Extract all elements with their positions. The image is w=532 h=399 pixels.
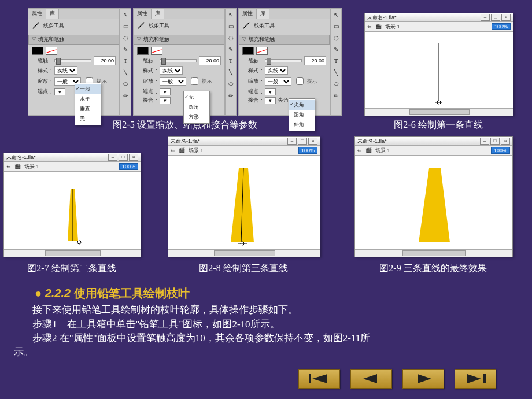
properties-panel-a: 属性 库 线条工具 ▽ 填充和笔触 笔触: 样式: 实线 缩放: 一般 提示 端… <box>28 8 120 116</box>
heading-title: 使用铅笔工具绘制枝叶 <box>74 287 190 300</box>
stroke-swatch[interactable] <box>242 47 254 55</box>
body-line2: 步骤1 在工具箱中单击"铅笔工具"图标，如图2-10所示。 <box>32 317 509 332</box>
tool-arrow[interactable]: ↖ <box>120 9 131 20</box>
popup-item-square[interactable]: 方形 <box>184 112 209 122</box>
style-select[interactable]: 实线 <box>54 66 77 75</box>
tool-name: 线条工具 <box>254 22 275 29</box>
popup-item-round[interactable]: 圆角 <box>289 110 315 120</box>
popup-item-round[interactable]: 圆角 <box>184 102 209 112</box>
heading-bullet: ● <box>35 287 42 300</box>
nav-prev-button[interactable] <box>350 369 392 389</box>
window-minimize-icon[interactable]: – <box>480 138 489 145</box>
tab-properties[interactable]: 属性 <box>134 9 152 19</box>
stroke-size-input[interactable] <box>199 56 221 65</box>
caps-popup: 无 圆角 方形 <box>183 91 210 124</box>
window-maximize-icon[interactable]: □ <box>119 154 128 161</box>
popup-item-none[interactable]: 无 <box>75 114 101 124</box>
svg-line-0 <box>33 23 39 29</box>
back-arrow-icon[interactable]: ⇐ <box>357 147 362 153</box>
tab-properties[interactable]: 属性 <box>239 9 257 19</box>
nav-first-button[interactable] <box>298 369 340 389</box>
popup-item-bevel[interactable]: 斜角 <box>289 120 315 130</box>
zoom-display[interactable]: 100% <box>119 163 138 170</box>
fill-swatch[interactable] <box>256 47 268 55</box>
style-select[interactable]: 实线 <box>160 66 183 75</box>
nav-last-button[interactable] <box>455 369 496 389</box>
stroke-slider[interactable] <box>54 59 91 62</box>
toolbox-c: ↖▭◌✎T╲⬭✏ <box>330 8 342 116</box>
join-dropdown[interactable]: ▾ <box>160 97 171 104</box>
tool-lasso[interactable]: ◌ <box>120 32 131 43</box>
tool-text[interactable]: T <box>120 56 131 66</box>
join-popup: 尖角 圆角 斜角 <box>289 98 315 131</box>
tool-name: 线条工具 <box>43 22 64 29</box>
popup-item-miter[interactable]: 尖角 <box>289 100 315 110</box>
tab-properties[interactable]: 属性 <box>28 9 46 19</box>
window-maximize-icon[interactable]: □ <box>490 138 500 145</box>
caps-dropdown[interactable]: ▾ <box>54 88 65 95</box>
zoom-display[interactable]: 100% <box>491 147 510 154</box>
tab-library[interactable]: 库 <box>152 9 164 19</box>
stroke-size-input[interactable] <box>304 56 326 65</box>
window-close-icon[interactable]: × <box>501 14 511 21</box>
scale-select[interactable]: 一般 <box>265 77 291 86</box>
svg-point-8 <box>77 241 81 244</box>
hint-checkbox[interactable] <box>191 77 198 85</box>
scale-select[interactable]: 一般 <box>160 77 186 86</box>
section-fillstroke: ▽ 填充和笔触 <box>28 35 119 45</box>
window-minimize-icon[interactable]: – <box>108 154 117 161</box>
nav-buttons <box>298 369 496 389</box>
zoom-display[interactable]: 100% <box>492 23 511 30</box>
popup-item-none[interactable]: 无 <box>184 93 209 102</box>
window-close-icon[interactable]: × <box>501 138 510 145</box>
tool-line[interactable]: ╲ <box>120 67 131 77</box>
popup-item-vertical[interactable]: 垂直 <box>75 104 101 114</box>
hint-checkbox[interactable] <box>296 77 304 85</box>
tool-pen[interactable]: ✎ <box>120 44 131 54</box>
stroke-swatch[interactable] <box>137 47 149 55</box>
window-minimize-icon[interactable]: – <box>481 14 490 21</box>
tab-library[interactable]: 库 <box>257 9 269 19</box>
fill-swatch[interactable] <box>46 47 57 55</box>
back-arrow-icon[interactable]: ⇐ <box>367 24 372 29</box>
join-dropdown[interactable]: ▾ <box>265 97 276 104</box>
svg-marker-17 <box>418 374 431 383</box>
popup-item-normal[interactable]: 一般 <box>75 84 101 94</box>
toolbox-a: ↖ ▭ ◌ ✎ T ╲ ⬭ ✏ <box>120 8 131 116</box>
nav-next-button[interactable] <box>402 369 444 389</box>
line-tool-icon <box>32 21 40 29</box>
line-tool-icon <box>137 21 145 29</box>
zoom-display[interactable]: 100% <box>298 147 317 154</box>
canvas-fig27 <box>4 172 141 249</box>
label-caps: 端点 <box>32 88 48 95</box>
caps-dropdown[interactable]: ▾ <box>160 88 171 95</box>
back-arrow-icon[interactable]: ⇐ <box>6 164 11 169</box>
tool-pencil[interactable]: ✏ <box>120 90 131 101</box>
scene-icon: 🎬 <box>14 164 21 169</box>
window-maximize-icon[interactable]: □ <box>298 138 307 145</box>
stroke-slider[interactable] <box>265 59 302 62</box>
popup-item-horizontal[interactable]: 水平 <box>75 94 101 104</box>
scene-icon: 🎬 <box>179 147 185 153</box>
svg-marker-6 <box>68 189 78 241</box>
stroke-slider[interactable] <box>160 59 197 62</box>
caps-dropdown[interactable]: ▾ <box>265 88 276 95</box>
window-minimize-icon[interactable]: – <box>287 138 297 145</box>
window-maximize-icon[interactable]: □ <box>491 14 500 21</box>
scene-icon: 🎬 <box>375 24 382 29</box>
label-miter: 尖角 <box>278 97 289 104</box>
flash-window-fig29: 未命名-1.fla*–□× ⇐🎬场景 1100% <box>354 136 513 257</box>
fill-swatch[interactable] <box>151 47 162 55</box>
window-close-icon[interactable]: × <box>129 154 138 161</box>
canvas-fig28 <box>168 156 320 249</box>
tool-brush[interactable]: ⬭ <box>120 79 131 89</box>
window-close-icon[interactable]: × <box>308 138 317 145</box>
tab-library[interactable]: 库 <box>46 9 59 19</box>
scale-popup: 一般 水平 垂直 无 <box>75 83 101 125</box>
back-arrow-icon[interactable]: ⇐ <box>171 147 175 153</box>
tool-subselect[interactable]: ▭ <box>120 21 131 31</box>
stroke-swatch[interactable] <box>32 47 43 55</box>
stroke-size-input[interactable] <box>94 56 116 65</box>
svg-marker-18 <box>467 374 481 383</box>
style-select[interactable]: 实线 <box>265 66 288 75</box>
